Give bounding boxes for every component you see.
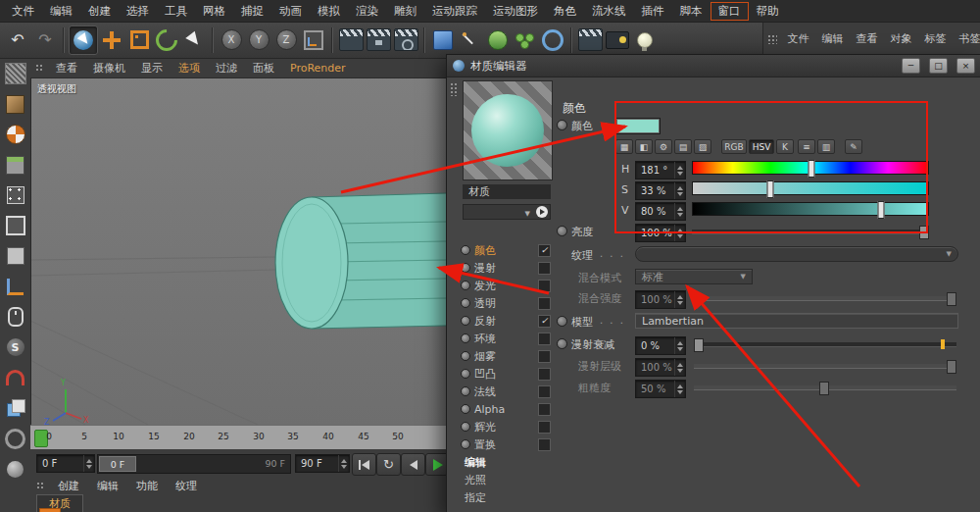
goto-start-button[interactable] bbox=[352, 453, 376, 476]
vp-menu-view[interactable]: 查看 bbox=[48, 61, 85, 76]
slider-handle[interactable] bbox=[947, 360, 956, 374]
value-spinner[interactable]: 80 % bbox=[635, 202, 686, 221]
spline-primitive-button[interactable] bbox=[539, 26, 566, 54]
menu-mograph[interactable]: 运动图形 bbox=[485, 2, 546, 21]
mm-menu-texture[interactable]: 纹理 bbox=[167, 479, 206, 493]
value-marker[interactable] bbox=[878, 201, 885, 219]
saturation-marker[interactable] bbox=[767, 180, 774, 198]
live-selection-button[interactable] bbox=[69, 26, 98, 55]
spinner-arrows-icon[interactable] bbox=[674, 203, 685, 220]
image-icon[interactable]: ▨ bbox=[694, 139, 711, 154]
cylinder-cap[interactable] bbox=[275, 197, 348, 329]
vp-menu-panel[interactable]: 面板 bbox=[245, 61, 282, 76]
previous-frame-button[interactable] bbox=[401, 453, 425, 476]
diffuse-falloff-slider[interactable] bbox=[694, 336, 956, 352]
mix-mode-dropdown[interactable]: 标准 ▼ bbox=[635, 269, 753, 284]
channel-checkbox[interactable]: ✓ bbox=[538, 297, 551, 310]
compact-mode-icon[interactable]: ▦ bbox=[615, 139, 633, 154]
menu-character[interactable]: 角色 bbox=[546, 2, 584, 21]
minimize-button[interactable]: ─ bbox=[902, 58, 920, 74]
layers-button[interactable] bbox=[3, 395, 28, 421]
slider-handle[interactable] bbox=[819, 382, 829, 395]
menu-plugins[interactable]: 插件 bbox=[634, 2, 672, 21]
snap-button[interactable]: S bbox=[3, 334, 28, 360]
channel-checkbox[interactable]: ✓ bbox=[538, 438, 551, 451]
redo-button[interactable]: ↷ bbox=[31, 26, 59, 54]
roughness-slider[interactable] bbox=[694, 380, 956, 395]
menu-animate[interactable]: 动画 bbox=[271, 2, 310, 21]
channel-row-luminance[interactable]: 发光✓ bbox=[459, 277, 553, 294]
maximize-button[interactable]: □ bbox=[929, 58, 948, 74]
perspective-viewport[interactable]: Y X Z 透视视图 bbox=[30, 77, 446, 425]
material-thumbnail[interactable] bbox=[39, 508, 61, 512]
render-settings-button[interactable] bbox=[392, 26, 419, 54]
close-button[interactable]: × bbox=[956, 58, 975, 74]
menu-snap[interactable]: 捕捉 bbox=[233, 2, 271, 21]
subdivision-surface-button[interactable] bbox=[484, 26, 512, 54]
channel-row-alpha[interactable]: Alpha✓ bbox=[459, 400, 553, 418]
coordinate-system-button[interactable] bbox=[300, 26, 327, 54]
diffuse-falloff-spinner[interactable]: 0 % bbox=[635, 336, 686, 355]
end-frame-spinner[interactable]: 90 F bbox=[295, 454, 350, 473]
camera-button[interactable] bbox=[604, 26, 631, 54]
menu-edit[interactable]: 编辑 bbox=[42, 2, 80, 21]
workplane-mode-button[interactable] bbox=[3, 152, 28, 178]
om-menu-view[interactable]: 查看 bbox=[850, 31, 884, 46]
chevron-down-icon[interactable]: ▼ bbox=[602, 122, 607, 129]
magnet-button[interactable] bbox=[3, 365, 28, 390]
hue-spinner[interactable]: 181 ° bbox=[635, 161, 686, 179]
spline-pen-button[interactable] bbox=[457, 26, 484, 54]
channel-checkbox[interactable]: ✓ bbox=[538, 421, 551, 434]
om-menu-file[interactable]: 文件 bbox=[781, 31, 815, 46]
hue-gradient-slider[interactable] bbox=[692, 161, 929, 175]
undo-button[interactable]: ↶ bbox=[4, 26, 31, 54]
channel-row-environment[interactable]: 环境✓ bbox=[459, 330, 553, 347]
channel-checkbox[interactable]: ✓ bbox=[538, 244, 551, 257]
polygons-mode-button[interactable] bbox=[3, 243, 28, 269]
roughness-spinner[interactable]: 50 % bbox=[635, 380, 686, 398]
enable-axis-button[interactable] bbox=[3, 274, 28, 299]
vp-menu-cameras[interactable]: 摄像机 bbox=[85, 61, 133, 76]
texture-mode-button[interactable] bbox=[3, 122, 28, 147]
viewport-view-label[interactable]: 透视视图 bbox=[37, 82, 76, 96]
om-menu-bookmarks[interactable]: 书签 bbox=[953, 31, 980, 46]
panel-grip-icon[interactable] bbox=[36, 482, 45, 490]
menu-mesh[interactable]: 网格 bbox=[195, 2, 233, 21]
frame-slider-handle[interactable]: 0 F bbox=[99, 456, 136, 472]
points-mode-button[interactable] bbox=[3, 182, 28, 208]
slider-handle[interactable] bbox=[947, 292, 956, 306]
lock-z-button[interactable]: Z bbox=[272, 26, 300, 54]
saturation-gradient-slider[interactable] bbox=[692, 181, 929, 195]
channel-checkbox[interactable]: ✓ bbox=[538, 385, 551, 398]
preview-play-icon[interactable] bbox=[536, 206, 548, 218]
convert-editable-button[interactable] bbox=[3, 61, 28, 86]
hue-marker[interactable] bbox=[808, 160, 814, 178]
viewport-solo-button[interactable] bbox=[3, 304, 28, 330]
channel-checkbox[interactable]: ✓ bbox=[538, 350, 551, 363]
diffuse-level-slider[interactable] bbox=[694, 358, 956, 374]
channel-checkbox[interactable]: ✓ bbox=[538, 315, 551, 328]
start-frame-value[interactable]: 0 F bbox=[37, 458, 83, 469]
move-tool-button[interactable] bbox=[98, 26, 125, 54]
menu-window[interactable]: 窗口 bbox=[710, 2, 749, 21]
menu-select[interactable]: 选择 bbox=[119, 2, 157, 21]
gear-icon[interactable]: ⚙ bbox=[655, 139, 672, 154]
scale-tool-button[interactable] bbox=[125, 26, 153, 54]
kelvin-mode-button[interactable]: K bbox=[776, 139, 794, 154]
spinner-arrows-icon[interactable] bbox=[674, 182, 685, 199]
animation-dot[interactable] bbox=[557, 226, 567, 236]
tab-illumination[interactable]: 光照 bbox=[459, 471, 553, 488]
material-preview[interactable] bbox=[463, 80, 553, 180]
mm-menu-create[interactable]: 创建 bbox=[49, 479, 88, 493]
start-frame-spinner[interactable]: 0 F bbox=[36, 454, 95, 473]
lock-y-button[interactable]: Y bbox=[245, 26, 272, 54]
columns-mode-icon[interactable]: ▥ bbox=[817, 139, 835, 154]
spinner-arrows-icon[interactable] bbox=[674, 162, 685, 179]
channel-row-displacement[interactable]: 置换✓ bbox=[459, 435, 553, 453]
slider-handle[interactable] bbox=[694, 338, 704, 352]
panel-grip-icon[interactable] bbox=[767, 34, 777, 44]
rgb-mode-button[interactable]: RGB bbox=[721, 139, 747, 154]
channel-checkbox[interactable]: ✓ bbox=[538, 280, 551, 292]
menu-script[interactable]: 脚本 bbox=[672, 2, 710, 21]
animation-dot[interactable] bbox=[557, 316, 567, 327]
